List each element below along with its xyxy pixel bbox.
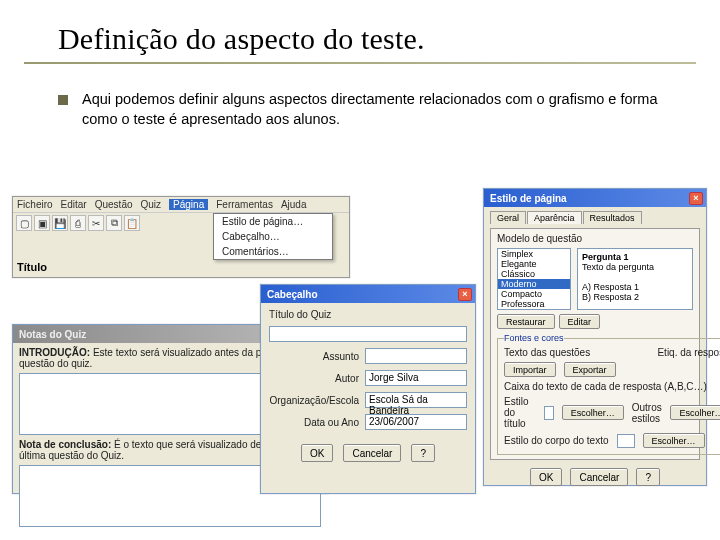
color-swatch[interactable] [544,406,554,420]
outros-estilos-label: Outros estilos [632,402,663,424]
estilo-titlebar: Estilo de página × [484,189,706,207]
help-button[interactable]: ? [411,444,435,462]
open-icon[interactable]: ▣ [34,215,50,231]
cabecalho-title: Cabeçalho [267,289,318,300]
list-item-selected[interactable]: Moderno [498,279,570,289]
ok-button[interactable]: OK [530,468,562,486]
ok-button[interactable]: OK [301,444,333,462]
tab-geral[interactable]: Geral [490,211,526,224]
escolher2-button[interactable]: Escolher… [670,405,720,420]
estilo-title: Estilo de página [490,193,567,204]
menu-ficheiro[interactable]: Ficheiro [17,199,53,210]
notas-title: Notas do Quiz [19,329,86,340]
menu-pagina[interactable]: Página [169,199,208,210]
list-item[interactable]: Elegante [498,259,570,269]
editar-button[interactable]: Editar [559,314,601,329]
slide-title: Definição do aspecto do teste. [0,0,720,62]
menu-questao[interactable]: Questão [95,199,133,210]
restaurar-button[interactable]: Restaurar [497,314,555,329]
cabecalho-window: Cabeçalho × Título do Quiz Assunto Autor… [260,284,476,494]
copy-icon[interactable]: ⧉ [106,215,122,231]
org-field[interactable]: Escola Sá da Bandeira [365,392,467,408]
color-swatch[interactable] [617,434,635,448]
caixa-label: Caixa do texto de cada de resposta (A,B,… [504,381,720,392]
tab-resultados[interactable]: Resultados [583,211,642,224]
importar-button[interactable]: Importar [504,362,556,377]
cabecalho-titlebar: Cabeçalho × [261,285,475,303]
cut-icon[interactable]: ✂ [88,215,104,231]
bullet-text: Aqui podemos definir alguns aspectos dir… [82,90,680,129]
menu-editar[interactable]: Editar [61,199,87,210]
data-field[interactable]: 23/06/2007 [365,414,467,430]
exportar-button[interactable]: Exportar [564,362,616,377]
menubar: Ficheiro Editar Questão Quiz Página Ferr… [13,197,349,212]
tabs: Geral Aparência Resultados [490,211,700,224]
app-toolbar-window: Ficheiro Editar Questão Quiz Página Ferr… [12,196,350,278]
org-label: Organização/Escola [269,395,359,406]
new-icon[interactable]: ▢ [16,215,32,231]
aparencia-panel: Modelo de questão Simplex Elegante Cláss… [490,228,700,460]
style-preview: Pergunta 1 Texto da pergunta A) Resposta… [577,248,693,310]
assunto-field[interactable] [365,348,467,364]
paste-icon[interactable]: 📋 [124,215,140,231]
assunto-label: Assunto [269,351,359,362]
menu-item-comentarios[interactable]: Comentários… [214,244,332,259]
escolher-button[interactable]: Escolher… [562,405,624,420]
estilo-corpo-label: Estilo do corpo do texto [504,435,609,446]
menu-ferramentas[interactable]: Ferramentas [216,199,273,210]
close-icon[interactable]: × [689,192,703,205]
list-item[interactable]: Professora [498,299,570,309]
list-item[interactable]: Compacto [498,289,570,299]
save-icon[interactable]: 💾 [52,215,68,231]
print-icon[interactable]: ⎙ [70,215,86,231]
etiq-resposta-label: Etiq. da resposta [657,347,720,358]
escolher3-button[interactable]: Escolher… [643,433,705,448]
style-listbox[interactable]: Simplex Elegante Clássico Moderno Compac… [497,248,571,310]
fontes-cores-group: Fontes e cores Texto das questões Etiq. … [497,333,720,455]
menu-item-cabecalho[interactable]: Cabeçalho… [214,229,332,244]
list-item[interactable]: Clássico [498,269,570,279]
tab-aparencia[interactable]: Aparência [527,211,582,224]
cancel-button[interactable]: Cancelar [570,468,628,486]
modelo-label: Modelo de questão [497,233,693,244]
menu-item-estilo[interactable]: Estilo de página… [214,214,332,229]
estilo-window: Estilo de página × Geral Aparência Resul… [483,188,707,486]
titulo-label: Título [17,261,47,273]
titulo-quiz-field[interactable] [269,326,467,342]
cancel-button[interactable]: Cancelar [343,444,401,462]
autor-field[interactable]: Jorge Silva [365,370,467,386]
data-label: Data ou Ano [269,417,359,428]
fontes-label: Fontes e cores [504,333,564,343]
menu-quiz[interactable]: Quiz [141,199,162,210]
pagina-dropdown: Estilo de página… Cabeçalho… Comentários… [213,213,333,260]
titulo-quiz-label: Título do Quiz [269,309,467,320]
estilo-titulo-label: Estilo do título [504,396,536,429]
texto-questoes-label: Texto das questões [504,347,590,358]
menu-ajuda[interactable]: Ajuda [281,199,307,210]
bullet-item: Aqui podemos definir alguns aspectos dir… [0,64,720,129]
help-button[interactable]: ? [636,468,660,486]
bullet-square-icon [58,95,68,105]
list-item[interactable]: Simplex [498,249,570,259]
close-icon[interactable]: × [458,288,472,301]
autor-label: Autor [269,373,359,384]
